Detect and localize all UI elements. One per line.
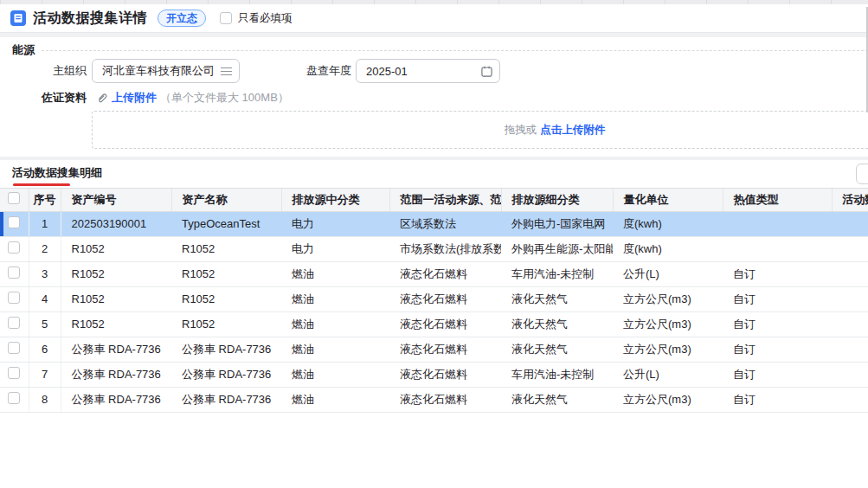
column-header-8: 活动数据 [832, 189, 868, 211]
energy-form-panel: 能源 主组织 河北童车科技有限公司 盘查年度 2025-01 佐证资料 上传附件… [0, 37, 868, 157]
cell-r3-c2: R1052 [171, 286, 281, 311]
cell-r6-c3: 燃油 [281, 362, 389, 387]
org-field-label: 主组织 [0, 59, 87, 83]
cell-r6-c7: 自订 [723, 362, 832, 387]
cell-r3-c5: 液化天然气 [501, 286, 613, 311]
cell-r0-c5: 外购电力-国家电网 [501, 211, 613, 236]
cell-r4-c0: 5 [29, 311, 61, 337]
section-header: 能源 [12, 42, 868, 58]
section-title: 能源 [12, 42, 35, 58]
dropzone-upload-link[interactable]: 点击上传附件 [540, 123, 605, 138]
row-checkbox[interactable] [8, 392, 20, 404]
table-row[interactable]: 5R1052R1052燃油液态化石燃料液化天然气立方公尺(m3)自订 [0, 311, 868, 337]
period-field[interactable]: 2025-01 [356, 59, 500, 83]
table-row[interactable]: 1202503190001TypeOceanTest电力区域系数法外购电力-国家… [0, 211, 868, 236]
detail-table-wrap: 序号资产编号资产名称排放源中分类范围一活动来源、范…排放源细分类量化单位热值类型… [0, 188, 868, 413]
cell-r0-c1: 202503190001 [61, 211, 171, 236]
activity-data-detail-page: { "header": { "title": "活动数据搜集详情", "stat… [0, 0, 868, 488]
cell-r2-c6: 公升(L) [613, 261, 723, 286]
table-settings-button[interactable] [856, 164, 868, 184]
tab-activity-detail[interactable]: 活动数据搜集明细 [12, 165, 102, 181]
cell-r6-c5: 车用汽油-未控制 [501, 362, 613, 387]
row-checkbox[interactable] [8, 241, 20, 254]
select-all-checkbox[interactable] [8, 192, 20, 204]
row-checkbox[interactable] [8, 292, 20, 304]
cell-r5-c1: 公務車 RDA-7736 [61, 337, 171, 362]
row-checkbox[interactable] [8, 367, 20, 379]
row-select-cell [0, 387, 29, 412]
cell-r7-c8 [832, 387, 868, 412]
column-header-4: 范围一活动来源、范… [389, 189, 501, 211]
required-only-checkbox[interactable] [220, 12, 232, 24]
row-select-cell [0, 261, 29, 286]
cell-r5-c8 [832, 337, 868, 362]
row-checkbox[interactable] [8, 342, 20, 354]
cell-r4-c3: 燃油 [281, 311, 389, 337]
dropzone-text: 拖拽或 [505, 123, 537, 138]
attachment-label: 佐证资料 [0, 90, 87, 106]
row-checkbox[interactable] [8, 216, 20, 228]
cell-r2-c8 [832, 261, 868, 286]
column-header-7: 热值类型 [723, 189, 832, 211]
cell-r6-c6: 公升(L) [613, 362, 723, 387]
table-row[interactable]: 8公務車 RDA-7736公務車 RDA-7736燃油液态化石燃料液化天然气立方… [0, 387, 868, 412]
cell-r6-c4: 液态化石燃料 [389, 362, 501, 387]
required-only-toggle[interactable]: 只看必填项 [220, 11, 293, 26]
table-row[interactable]: 6公務車 RDA-7736公務車 RDA-7736燃油液态化石燃料液化天然气立方… [0, 337, 868, 362]
document-icon [10, 10, 26, 26]
cell-r7-c2: 公務車 RDA-7736 [171, 387, 281, 412]
cell-r5-c2: 公務車 RDA-7736 [171, 337, 281, 362]
cell-r5-c4: 液态化石燃料 [389, 337, 501, 362]
upload-attachment-link[interactable]: 上传附件 [112, 90, 157, 106]
lookup-list-icon[interactable] [221, 67, 232, 76]
upload-dropzone[interactable]: 拖拽或 点击上传附件 [92, 111, 868, 149]
status-badge: 开立态 [158, 10, 206, 27]
period-field-label: 盘查年度 [294, 59, 351, 83]
cell-r6-c1: 公務車 RDA-7736 [61, 362, 171, 387]
cell-r1-c8 [832, 236, 868, 261]
row-checkbox[interactable] [8, 317, 20, 329]
table-row[interactable]: 3R1052R1052燃油液态化石燃料车用汽油-未控制公升(L)自订 [0, 261, 868, 286]
select-all-cell [0, 189, 29, 211]
cell-r4-c5: 液化天然气 [501, 311, 613, 337]
column-header-3: 排放源中分类 [281, 189, 389, 211]
table-row[interactable]: 7公務車 RDA-7736公務車 RDA-7736燃油液态化石燃料车用汽油-未控… [0, 362, 868, 387]
column-header-0: 序号 [29, 189, 61, 211]
cell-r5-c3: 燃油 [281, 337, 389, 362]
cell-r3-c8 [832, 286, 868, 311]
period-field-value: 2025-01 [366, 65, 481, 78]
section-divider [42, 50, 868, 51]
cell-r7-c3: 燃油 [281, 387, 389, 412]
table-row[interactable]: 2R1052R1052电力市场系数法(排放系数…外购再生能源-太阳能度(kwh) [0, 236, 868, 261]
cell-r4-c4: 液态化石燃料 [389, 311, 501, 337]
table-row[interactable]: 4R1052R1052燃油液态化石燃料液化天然气立方公尺(m3)自订 [0, 286, 868, 311]
calendar-icon[interactable] [481, 66, 492, 77]
cell-r5-c7: 自订 [723, 337, 832, 362]
attachment-row: 佐证资料 上传附件 （单个文件最大 100MB） [0, 90, 289, 106]
column-header-2: 资产名称 [171, 189, 281, 211]
detail-table-panel: 活动数据搜集明细 序号资产编号资产名称排放源中分类范围一活动来源、范…排放源细分… [0, 160, 868, 488]
cell-r4-c2: R1052 [171, 311, 281, 337]
cell-r7-c7: 自订 [723, 387, 832, 412]
row-checkbox[interactable] [8, 266, 20, 279]
cell-r1-c0: 2 [29, 236, 61, 261]
cell-r7-c4: 液态化石燃料 [389, 387, 501, 412]
cell-r2-c4: 液态化石燃料 [389, 261, 501, 286]
cell-r6-c0: 7 [29, 362, 61, 387]
cell-r7-c6: 立方公尺(m3) [613, 387, 723, 412]
cell-r2-c3: 燃油 [281, 261, 389, 286]
cell-r3-c3: 燃油 [281, 286, 389, 311]
cell-r1-c1: R1052 [61, 236, 171, 261]
org-field[interactable]: 河北童车科技有限公司 [92, 59, 240, 83]
cell-r2-c0: 3 [29, 261, 61, 286]
detail-tab-bar: 活动数据搜集明细 [0, 160, 868, 188]
cell-r3-c6: 立方公尺(m3) [613, 286, 723, 311]
row-select-cell [0, 362, 29, 387]
cell-r3-c1: R1052 [61, 286, 171, 311]
column-header-1: 资产编号 [61, 189, 171, 211]
required-only-label: 只看必填项 [238, 11, 293, 26]
cell-r1-c7 [723, 236, 832, 261]
cell-r5-c0: 6 [29, 337, 61, 362]
org-field-value: 河北童车科技有限公司 [102, 63, 221, 79]
cell-r0-c0: 1 [29, 211, 61, 236]
